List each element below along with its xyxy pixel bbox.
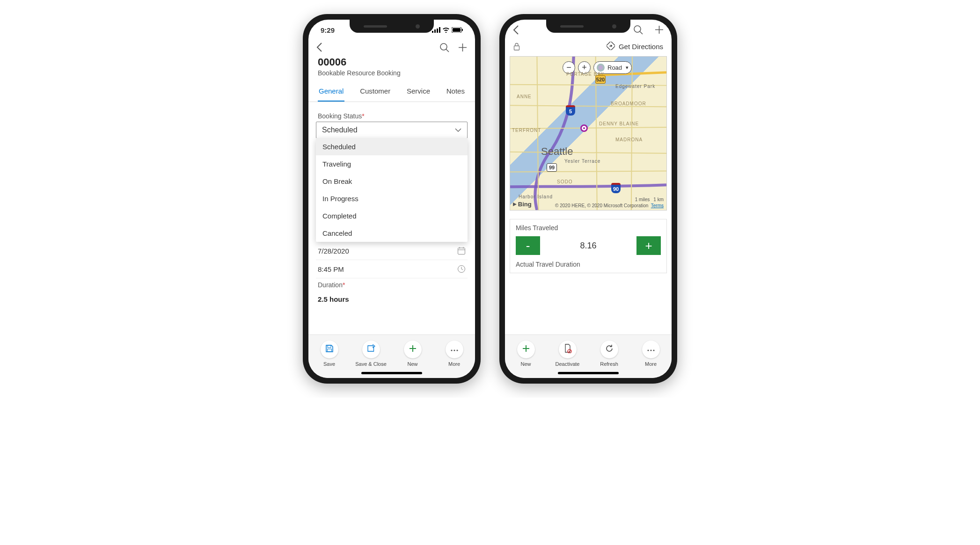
svg-rect-2 bbox=[437, 29, 438, 33]
map-terms-link[interactable]: Terms bbox=[651, 203, 664, 208]
svg-point-24 bbox=[456, 349, 458, 351]
tab-service[interactable]: Service bbox=[406, 82, 431, 102]
svg-point-25 bbox=[634, 26, 641, 32]
more-button[interactable]: More bbox=[634, 341, 668, 367]
option-on-break[interactable]: On Break bbox=[316, 173, 468, 190]
svg-rect-19 bbox=[327, 349, 331, 352]
duration-value: 2.5 hours bbox=[318, 295, 349, 303]
battery-icon bbox=[452, 27, 463, 33]
svg-line-17 bbox=[461, 269, 463, 270]
svg-rect-1 bbox=[434, 29, 436, 33]
booking-status-dropdown[interactable]: Scheduled bbox=[316, 122, 468, 138]
svg-rect-11 bbox=[458, 248, 465, 254]
save-close-icon bbox=[366, 344, 376, 355]
home-indicator bbox=[361, 372, 422, 374]
more-icon bbox=[647, 345, 655, 354]
option-traveling[interactable]: Traveling bbox=[316, 155, 468, 173]
actual-travel-duration-label: Actual Travel Duration bbox=[516, 261, 661, 268]
svg-point-23 bbox=[453, 349, 455, 351]
map-controls: − + Road bbox=[563, 61, 632, 74]
map-pin[interactable] bbox=[580, 124, 588, 132]
add-button[interactable] bbox=[458, 43, 468, 52]
status-icons bbox=[432, 27, 463, 33]
map-mode-thumb-icon bbox=[597, 64, 605, 72]
back-button[interactable] bbox=[316, 42, 322, 52]
svg-rect-0 bbox=[432, 31, 433, 33]
record-subtitle: Bookable Resource Booking bbox=[318, 69, 466, 77]
map-mode-select[interactable]: Road bbox=[593, 61, 632, 74]
required-indicator: * bbox=[343, 281, 345, 289]
svg-rect-5 bbox=[453, 28, 461, 32]
option-in-progress[interactable]: In Progress bbox=[316, 190, 468, 207]
new-button[interactable]: New bbox=[509, 341, 543, 367]
map-attribution: ▸ Bing 1 miles 1 km © 2020 HERE, © 2020 … bbox=[513, 197, 664, 208]
tab-general[interactable]: General bbox=[318, 82, 344, 102]
save-close-label: Save & Close bbox=[355, 361, 387, 367]
refresh-icon bbox=[605, 344, 614, 355]
deactivate-icon bbox=[563, 344, 572, 355]
map-mode-label: Road bbox=[607, 64, 622, 71]
svg-point-22 bbox=[451, 349, 452, 351]
bing-logo: Bing bbox=[518, 201, 532, 208]
map[interactable]: − + Road Seattle PORTAGE BAY Edgewater P… bbox=[510, 56, 667, 211]
save-icon bbox=[325, 344, 334, 355]
more-label: More bbox=[645, 361, 657, 367]
interstate-90-shield: 90 bbox=[611, 183, 621, 193]
date-value: 7/28/2020 bbox=[318, 247, 349, 255]
search-icon[interactable] bbox=[439, 43, 449, 52]
time-value: 8:45 PM bbox=[318, 265, 344, 273]
miles-label: Miles Traveled bbox=[516, 224, 661, 232]
miles-value[interactable]: 8.16 bbox=[546, 241, 631, 251]
date-field[interactable]: 7/28/2020 bbox=[316, 242, 468, 260]
status-time: 9:29 bbox=[321, 26, 335, 34]
option-scheduled[interactable]: Scheduled bbox=[316, 138, 468, 155]
phone-frame-right: 00026 Get Directions bbox=[499, 14, 677, 384]
new-label: New bbox=[520, 361, 531, 367]
plus-icon bbox=[522, 344, 530, 355]
home-indicator bbox=[558, 372, 619, 374]
svg-point-37 bbox=[653, 349, 654, 351]
chevron-down-icon bbox=[455, 128, 461, 132]
search-icon[interactable] bbox=[633, 25, 643, 35]
svg-line-26 bbox=[640, 31, 643, 34]
zoom-in-button[interactable]: + bbox=[578, 61, 591, 74]
required-indicator: * bbox=[362, 112, 364, 120]
get-directions-button[interactable]: Get Directions bbox=[607, 42, 663, 51]
map-roads bbox=[510, 57, 666, 210]
more-button[interactable]: More bbox=[438, 341, 471, 367]
record-number: 00006 bbox=[318, 56, 466, 68]
wifi-icon bbox=[442, 27, 450, 33]
route-520-shield: 520 bbox=[595, 75, 606, 84]
save-button[interactable]: Save bbox=[313, 341, 346, 367]
duration-field[interactable]: 2.5 hours bbox=[316, 291, 468, 308]
deactivate-button[interactable]: Deactivate bbox=[551, 341, 585, 367]
more-label: More bbox=[448, 361, 460, 367]
miles-decrement-button[interactable]: - bbox=[516, 236, 540, 255]
option-canceled[interactable]: Canceled bbox=[316, 225, 468, 242]
svg-rect-6 bbox=[462, 29, 463, 31]
svg-line-8 bbox=[446, 49, 449, 52]
zoom-out-button[interactable]: − bbox=[563, 61, 575, 74]
add-button[interactable] bbox=[654, 25, 664, 35]
option-completed[interactable]: Completed bbox=[316, 207, 468, 225]
directions-row: Get Directions bbox=[505, 38, 672, 56]
refresh-button[interactable]: Refresh bbox=[592, 341, 626, 367]
svg-point-36 bbox=[650, 349, 651, 351]
get-directions-label: Get Directions bbox=[619, 43, 663, 51]
plus-icon bbox=[409, 344, 417, 355]
new-label: New bbox=[407, 361, 417, 367]
phone-notch bbox=[350, 20, 434, 33]
tab-customer[interactable]: Customer bbox=[359, 82, 391, 102]
miles-increment-button[interactable]: + bbox=[636, 236, 661, 255]
deactivate-label: Deactivate bbox=[556, 361, 580, 367]
time-field[interactable]: 8:45 PM bbox=[316, 260, 468, 278]
miles-block: Miles Traveled - 8.16 + Actual Travel Du… bbox=[510, 219, 667, 273]
svg-point-7 bbox=[440, 44, 447, 50]
tab-notes[interactable]: Notes bbox=[446, 82, 466, 102]
tabs: General Customer Service Notes bbox=[308, 82, 475, 102]
svg-rect-29 bbox=[514, 46, 519, 50]
new-button[interactable]: New bbox=[396, 341, 430, 367]
save-close-button[interactable]: Save & Close bbox=[354, 341, 388, 367]
title-block: 00006 Bookable Resource Booking bbox=[308, 56, 475, 82]
back-button[interactable] bbox=[512, 25, 519, 35]
